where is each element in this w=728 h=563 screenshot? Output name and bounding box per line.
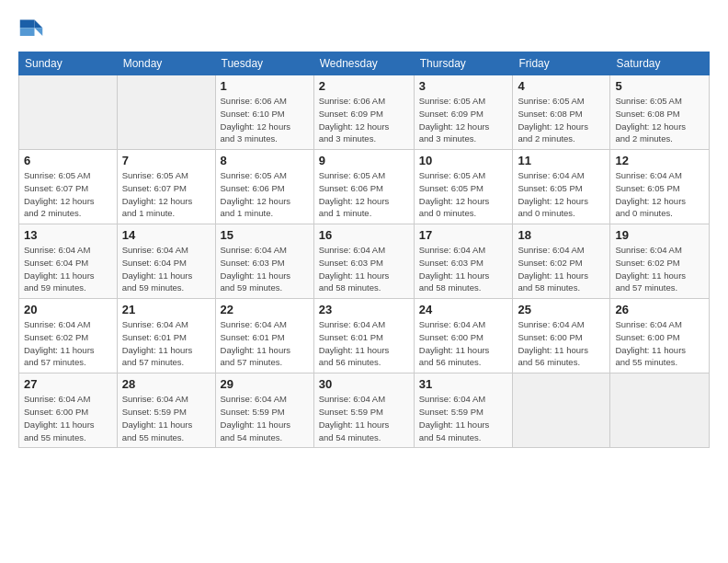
day-number: 31: [419, 377, 508, 391]
day-number: 25: [518, 303, 605, 316]
calendar-cell: 28Sunrise: 6:04 AM Sunset: 5:59 PM Dayli…: [117, 373, 215, 448]
day-info: Sunrise: 6:04 AM Sunset: 6:02 PM Dayligh…: [24, 318, 112, 369]
calendar-cell: 11Sunrise: 6:04 AM Sunset: 6:05 PM Dayli…: [513, 150, 610, 224]
weekday-row: SundayMondayTuesdayWednesdayThursdayFrid…: [19, 52, 710, 75]
weekday-header-thursday: Thursday: [414, 52, 513, 75]
day-number: 21: [122, 303, 210, 316]
page: SundayMondayTuesdayWednesdayThursdayFrid…: [0, 0, 728, 563]
day-number: 10: [419, 154, 508, 167]
day-info: Sunrise: 6:04 AM Sunset: 5:59 PM Dayligh…: [221, 393, 309, 443]
day-info: Sunrise: 6:04 AM Sunset: 6:01 PM Dayligh…: [221, 318, 309, 369]
week-row-2: 6Sunrise: 6:05 AM Sunset: 6:07 PM Daylig…: [19, 150, 710, 224]
weekday-header-friday: Friday: [513, 52, 610, 75]
day-number: 14: [122, 228, 210, 242]
calendar-cell: 23Sunrise: 6:04 AM Sunset: 6:01 PM Dayli…: [313, 299, 414, 373]
weekday-header-wednesday: Wednesday: [313, 52, 414, 75]
calendar-cell: 8Sunrise: 6:05 AM Sunset: 6:06 PM Daylig…: [215, 150, 313, 224]
calendar-cell: 2Sunrise: 6:06 AM Sunset: 6:09 PM Daylig…: [313, 75, 414, 150]
day-number: 29: [221, 377, 309, 391]
calendar-header: SundayMondayTuesdayWednesdayThursdayFrid…: [19, 52, 710, 75]
calendar-cell: 24Sunrise: 6:04 AM Sunset: 6:00 PM Dayli…: [414, 299, 513, 373]
day-info: Sunrise: 6:04 AM Sunset: 6:00 PM Dayligh…: [24, 393, 112, 443]
day-info: Sunrise: 6:05 AM Sunset: 6:07 PM Dayligh…: [122, 169, 210, 220]
calendar-cell: 6Sunrise: 6:05 AM Sunset: 6:07 PM Daylig…: [19, 150, 118, 224]
day-info: Sunrise: 6:04 AM Sunset: 5:59 PM Dayligh…: [419, 393, 508, 443]
calendar-cell: 5Sunrise: 6:05 AM Sunset: 6:08 PM Daylig…: [610, 75, 710, 150]
calendar-cell: 14Sunrise: 6:04 AM Sunset: 6:04 PM Dayli…: [117, 224, 215, 299]
day-info: Sunrise: 6:04 AM Sunset: 6:03 PM Dayligh…: [221, 244, 309, 294]
day-info: Sunrise: 6:06 AM Sunset: 6:09 PM Dayligh…: [319, 95, 409, 145]
header: [18, 17, 710, 42]
day-number: 3: [419, 79, 508, 93]
day-info: Sunrise: 6:05 AM Sunset: 6:07 PM Dayligh…: [24, 169, 112, 220]
calendar-cell: 21Sunrise: 6:04 AM Sunset: 6:01 PM Dayli…: [117, 299, 215, 373]
day-info: Sunrise: 6:04 AM Sunset: 6:00 PM Dayligh…: [518, 318, 605, 369]
weekday-header-sunday: Sunday: [19, 52, 118, 75]
day-number: 8: [221, 154, 309, 167]
calendar-cell: 25Sunrise: 6:04 AM Sunset: 6:00 PM Dayli…: [513, 299, 610, 373]
day-info: Sunrise: 6:04 AM Sunset: 6:04 PM Dayligh…: [122, 244, 210, 294]
calendar-cell: 16Sunrise: 6:04 AM Sunset: 6:03 PM Dayli…: [313, 224, 414, 299]
calendar-cell: 31Sunrise: 6:04 AM Sunset: 5:59 PM Dayli…: [414, 373, 513, 448]
weekday-header-saturday: Saturday: [610, 52, 710, 75]
day-info: Sunrise: 6:05 AM Sunset: 6:08 PM Dayligh…: [615, 95, 704, 145]
logo-icon: [18, 17, 44, 42]
calendar-cell: 7Sunrise: 6:05 AM Sunset: 6:07 PM Daylig…: [117, 150, 215, 224]
day-number: 26: [615, 303, 704, 316]
day-info: Sunrise: 6:05 AM Sunset: 6:09 PM Dayligh…: [419, 95, 508, 145]
day-info: Sunrise: 6:04 AM Sunset: 6:01 PM Dayligh…: [319, 318, 409, 369]
calendar-body: 1Sunrise: 6:06 AM Sunset: 6:10 PM Daylig…: [19, 75, 710, 448]
day-number: 11: [518, 154, 605, 167]
calendar-cell: 26Sunrise: 6:04 AM Sunset: 6:00 PM Dayli…: [610, 299, 710, 373]
week-row-1: 1Sunrise: 6:06 AM Sunset: 6:10 PM Daylig…: [19, 75, 710, 150]
day-number: 28: [122, 377, 210, 391]
day-info: Sunrise: 6:04 AM Sunset: 5:59 PM Dayligh…: [319, 393, 409, 443]
calendar-cell: 12Sunrise: 6:04 AM Sunset: 6:05 PM Dayli…: [610, 150, 710, 224]
day-info: Sunrise: 6:04 AM Sunset: 6:05 PM Dayligh…: [615, 169, 704, 220]
logo: [18, 17, 48, 42]
day-number: 15: [221, 228, 309, 242]
calendar-cell: 9Sunrise: 6:05 AM Sunset: 6:06 PM Daylig…: [313, 150, 414, 224]
day-number: 1: [221, 79, 309, 93]
day-number: 20: [24, 303, 112, 316]
day-info: Sunrise: 6:04 AM Sunset: 6:02 PM Dayligh…: [615, 244, 704, 294]
calendar-cell: [117, 75, 215, 150]
calendar-cell: 1Sunrise: 6:06 AM Sunset: 6:10 PM Daylig…: [215, 75, 313, 150]
day-info: Sunrise: 6:06 AM Sunset: 6:10 PM Dayligh…: [221, 95, 309, 145]
calendar-cell: 4Sunrise: 6:05 AM Sunset: 6:08 PM Daylig…: [513, 75, 610, 150]
svg-rect-2: [20, 20, 35, 29]
day-number: 2: [319, 79, 409, 93]
calendar-cell: 10Sunrise: 6:05 AM Sunset: 6:05 PM Dayli…: [414, 150, 513, 224]
day-number: 12: [615, 154, 704, 167]
calendar-cell: [610, 373, 710, 448]
svg-rect-3: [20, 28, 35, 36]
day-info: Sunrise: 6:04 AM Sunset: 6:01 PM Dayligh…: [122, 318, 210, 369]
svg-marker-1: [35, 28, 43, 36]
week-row-3: 13Sunrise: 6:04 AM Sunset: 6:04 PM Dayli…: [19, 224, 710, 299]
day-number: 6: [24, 154, 112, 167]
svg-marker-0: [35, 20, 43, 29]
calendar-cell: 3Sunrise: 6:05 AM Sunset: 6:09 PM Daylig…: [414, 75, 513, 150]
day-number: 23: [319, 303, 409, 316]
calendar-cell: 18Sunrise: 6:04 AM Sunset: 6:02 PM Dayli…: [513, 224, 610, 299]
day-info: Sunrise: 6:04 AM Sunset: 6:05 PM Dayligh…: [518, 169, 605, 220]
day-number: 18: [518, 228, 605, 242]
calendar-cell: 15Sunrise: 6:04 AM Sunset: 6:03 PM Dayli…: [215, 224, 313, 299]
week-row-5: 27Sunrise: 6:04 AM Sunset: 6:00 PM Dayli…: [19, 373, 710, 448]
day-number: 17: [419, 228, 508, 242]
weekday-header-tuesday: Tuesday: [215, 52, 313, 75]
calendar: SundayMondayTuesdayWednesdayThursdayFrid…: [18, 52, 710, 448]
day-info: Sunrise: 6:04 AM Sunset: 6:04 PM Dayligh…: [24, 244, 112, 294]
day-info: Sunrise: 6:04 AM Sunset: 6:00 PM Dayligh…: [419, 318, 508, 369]
calendar-cell: 20Sunrise: 6:04 AM Sunset: 6:02 PM Dayli…: [19, 299, 118, 373]
calendar-cell: [19, 75, 118, 150]
weekday-header-monday: Monday: [117, 52, 215, 75]
day-info: Sunrise: 6:05 AM Sunset: 6:06 PM Dayligh…: [319, 169, 409, 220]
day-number: 24: [419, 303, 508, 316]
day-info: Sunrise: 6:04 AM Sunset: 5:59 PM Dayligh…: [122, 393, 210, 443]
day-number: 16: [319, 228, 409, 242]
day-info: Sunrise: 6:04 AM Sunset: 6:03 PM Dayligh…: [419, 244, 508, 294]
day-number: 4: [518, 79, 605, 93]
day-number: 13: [24, 228, 112, 242]
calendar-cell: 27Sunrise: 6:04 AM Sunset: 6:00 PM Dayli…: [19, 373, 118, 448]
